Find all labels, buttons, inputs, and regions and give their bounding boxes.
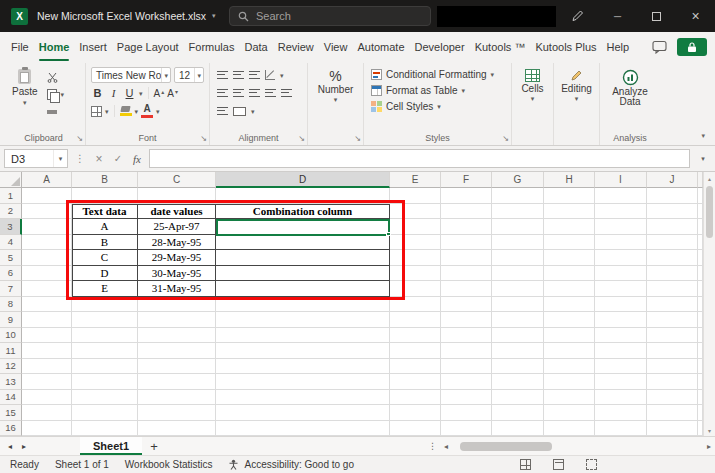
cell-J8[interactable] [647, 297, 698, 313]
align-top-icon[interactable] [217, 71, 228, 79]
hscroll-thumb[interactable] [460, 442, 552, 451]
column-header-d[interactable]: D [216, 172, 390, 188]
menu-tab-page-layout[interactable]: Page Layout [112, 32, 184, 62]
cell-F1[interactable] [441, 188, 492, 204]
cell-C12[interactable] [138, 359, 216, 375]
cell-F5[interactable] [441, 250, 492, 266]
cell-H1[interactable] [544, 188, 595, 204]
align-bottom-icon[interactable] [249, 71, 260, 79]
page-layout-view-icon[interactable] [553, 459, 564, 470]
cell-D14[interactable] [216, 390, 390, 406]
cell-E4[interactable] [390, 235, 441, 251]
borders-chevron-down-icon[interactable]: ▾ [105, 108, 109, 115]
row-header-15[interactable]: 15 [0, 405, 22, 421]
merge-chevron-down-icon[interactable]: ▾ [251, 108, 255, 115]
cell-A2[interactable] [22, 204, 72, 220]
hscroll-left-icon[interactable]: ◂ [444, 442, 448, 451]
cell-G16[interactable] [492, 421, 544, 437]
row-header-2[interactable]: 2 [0, 204, 22, 220]
hscroll-right-icon[interactable]: ▸ [707, 442, 711, 451]
cell-D6[interactable] [216, 266, 390, 282]
cell-D8[interactable] [216, 297, 390, 313]
editing-button[interactable]: Editing ▾ [561, 66, 592, 102]
merge-center-icon[interactable] [233, 107, 246, 116]
cell-I11[interactable] [595, 343, 647, 359]
paste-button[interactable]: Paste ▾ [7, 66, 43, 130]
vertical-scrollbar[interactable]: ▴ ▾ [703, 172, 715, 436]
align-center-icon[interactable] [233, 89, 244, 97]
cell-H8[interactable] [544, 297, 595, 313]
cell-I5[interactable] [595, 250, 647, 266]
cell-G15[interactable] [492, 405, 544, 421]
increase-indent-icon[interactable] [281, 89, 292, 97]
cell-C4[interactable]: 28-May-95 [138, 235, 216, 251]
cell-E5[interactable] [390, 250, 441, 266]
row-header-11[interactable]: 11 [0, 343, 22, 359]
cell-G12[interactable] [492, 359, 544, 375]
cell-B13[interactable] [72, 374, 138, 390]
decrease-indent-icon[interactable] [265, 89, 276, 97]
cell-C11[interactable] [138, 343, 216, 359]
cell-B14[interactable] [72, 390, 138, 406]
cell-F10[interactable] [441, 328, 492, 344]
cell-D7[interactable] [216, 281, 390, 297]
cell-D3[interactable] [216, 219, 390, 235]
cell-E14[interactable] [390, 390, 441, 406]
cell-E3[interactable] [390, 219, 441, 235]
cell-E16[interactable] [390, 421, 441, 437]
cell-G8[interactable] [492, 297, 544, 313]
cell-J15[interactable] [647, 405, 698, 421]
hscroll-track[interactable] [452, 442, 703, 451]
menu-tab-data[interactable]: Data [239, 32, 272, 62]
cell-H16[interactable] [544, 421, 595, 437]
column-header-c[interactable]: C [138, 172, 216, 188]
cell-I10[interactable] [595, 328, 647, 344]
cell-F3[interactable] [441, 219, 492, 235]
cell-E15[interactable] [390, 405, 441, 421]
cell-D11[interactable] [216, 343, 390, 359]
row-header-8[interactable]: 8 [0, 297, 22, 313]
column-header-j[interactable]: J [647, 172, 698, 188]
cell-G3[interactable] [492, 219, 544, 235]
cell-D2[interactable]: Combination column [216, 204, 390, 220]
cell-B9[interactable] [72, 312, 138, 328]
tab-bar-dots-icon[interactable]: ⋮ [428, 437, 437, 455]
styles-dialog-launcher[interactable]: ↘ [502, 135, 509, 143]
cell-G2[interactable] [492, 204, 544, 220]
font-color-chevron-down-icon[interactable]: ▾ [156, 108, 160, 115]
menu-tab-automate[interactable]: Automate [352, 32, 409, 62]
cell-G6[interactable] [492, 266, 544, 282]
menu-tab-developer[interactable]: Developer [410, 32, 470, 62]
cell-B5[interactable]: C [72, 250, 138, 266]
cell-A14[interactable] [22, 390, 72, 406]
workbook-statistics[interactable]: Workbook Statistics [125, 459, 213, 470]
font-color-button[interactable]: A [141, 104, 153, 118]
align-left-icon[interactable] [217, 89, 228, 97]
cell-B6[interactable]: D [72, 266, 138, 282]
cell-A1[interactable] [22, 188, 72, 204]
font-family-combo[interactable]: Times New Ro ▾ [91, 67, 171, 83]
tab-nav-right-icon[interactable]: ▸ [22, 442, 26, 451]
cell-I6[interactable] [595, 266, 647, 282]
select-all-corner[interactable] [0, 172, 22, 188]
cell-E9[interactable] [390, 312, 441, 328]
maximize-button[interactable] [637, 0, 676, 32]
cell-G10[interactable] [492, 328, 544, 344]
add-sheet-button[interactable]: + [142, 437, 166, 455]
orientation-icon[interactable] [265, 70, 275, 80]
cell-C5[interactable]: 29-May-95 [138, 250, 216, 266]
cut-button[interactable] [47, 71, 65, 84]
cell-D9[interactable] [216, 312, 390, 328]
cell-D15[interactable] [216, 405, 390, 421]
row-header-16[interactable]: 16 [0, 421, 22, 437]
cell-A16[interactable] [22, 421, 72, 437]
row-header-13[interactable]: 13 [0, 374, 22, 390]
cell-D10[interactable] [216, 328, 390, 344]
cell-I3[interactable] [595, 219, 647, 235]
cell-G14[interactable] [492, 390, 544, 406]
cell-F6[interactable] [441, 266, 492, 282]
cell-D12[interactable] [216, 359, 390, 375]
cell-C16[interactable] [138, 421, 216, 437]
cell-A4[interactable] [22, 235, 72, 251]
enter-check-button[interactable]: ✓ [111, 153, 125, 164]
